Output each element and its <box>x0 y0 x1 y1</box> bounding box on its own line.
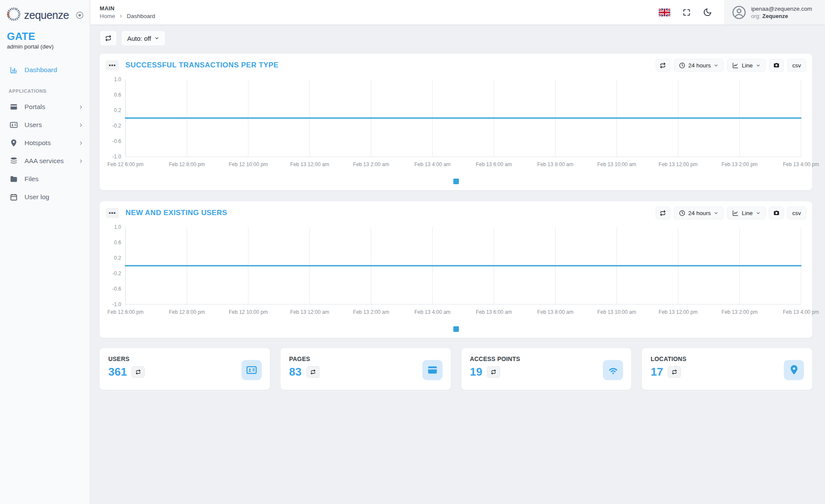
chart-type-dropdown[interactable]: Line <box>727 206 766 219</box>
time-range-dropdown[interactable]: 24 hours <box>674 59 724 72</box>
sidebar-item-label: Dashboard <box>24 66 57 74</box>
sidebar-item-label: Users <box>24 121 42 129</box>
svg-text:Feb 12 8:00 pm: Feb 12 8:00 pm <box>169 161 205 167</box>
chevron-down-icon <box>714 63 718 68</box>
sidebar-item-label: Hotspots <box>24 139 51 147</box>
panel-new-existing-users: ••• NEW AND EXISTING USERS 24 hours <box>100 201 812 338</box>
stat-refresh-button[interactable] <box>668 366 681 378</box>
stat-card-locations: LOCATIONS 17 <box>642 348 812 390</box>
sidebar-item-user-log[interactable]: User log <box>0 188 90 206</box>
chart-type-label: Line <box>742 210 753 216</box>
time-range-label: 24 hours <box>688 210 711 216</box>
wifi-icon <box>603 360 623 380</box>
svg-text:Feb 13 10:00 am: Feb 13 10:00 am <box>597 309 636 315</box>
user-org: org: Zequenze <box>751 13 812 19</box>
language-flag-icon[interactable] <box>659 9 670 16</box>
line-chart[interactable]: 1.00.60.2-0.2-0.6-1.0Feb 12 6:00 pmFeb 1… <box>106 223 806 324</box>
breadcrumb-home-link[interactable]: Home <box>100 13 115 19</box>
snapshot-button[interactable] <box>769 59 784 72</box>
chevron-down-icon <box>714 211 718 216</box>
svg-text:0.2: 0.2 <box>114 107 121 113</box>
time-range-dropdown[interactable]: 24 hours <box>674 206 724 219</box>
circle-dot-icon <box>76 11 84 19</box>
svg-text:Feb 13 12:00 pm: Feb 13 12:00 pm <box>659 309 698 315</box>
svg-text:Feb 13 4:00 am: Feb 13 4:00 am <box>415 309 451 315</box>
camera-icon <box>773 62 780 69</box>
dashboard-content: Auto: off ••• SUCCESSFUL TRANSACTIONS PE… <box>90 24 825 504</box>
auto-refresh-dropdown[interactable]: Auto: off <box>121 30 165 46</box>
stat-value: 19 <box>470 365 483 379</box>
chart-legend <box>106 176 806 187</box>
user-menu[interactable]: ipenaa@zequenze.com org: Zequenze <box>724 0 825 24</box>
svg-text:Feb 12 10:00 pm: Feb 12 10:00 pm <box>229 309 268 315</box>
legend-marker[interactable] <box>453 179 459 184</box>
breadcrumb-chevron-icon <box>119 14 123 18</box>
legend-marker[interactable] <box>453 326 459 332</box>
svg-text:-0.2: -0.2 <box>112 123 121 129</box>
stat-card-pages: PAGES 83 <box>281 348 451 390</box>
line-chart[interactable]: 1.00.60.2-0.2-0.6-1.0Feb 12 6:00 pmFeb 1… <box>106 75 806 176</box>
app-subtitle: admin portal (dev) <box>0 43 90 50</box>
stat-card-access-points: ACCESS POINTS 19 <box>461 348 632 390</box>
svg-text:Feb 13 10:00 am: Feb 13 10:00 am <box>597 161 636 167</box>
stat-refresh-button[interactable] <box>306 366 320 378</box>
svg-text:0.6: 0.6 <box>114 240 121 246</box>
svg-text:-1.0: -1.0 <box>112 301 121 307</box>
snapshot-button[interactable] <box>769 206 784 219</box>
svg-text:Feb 12 10:00 pm: Feb 12 10:00 pm <box>229 161 268 167</box>
sidebar-item-label: AAA services <box>24 157 64 165</box>
sidebar-pin-toggle[interactable] <box>76 11 84 19</box>
time-range-label: 24 hours <box>688 62 711 69</box>
clock-icon <box>679 210 685 216</box>
map-pin-icon <box>9 139 18 147</box>
svg-text:Feb 13 6:00 am: Feb 13 6:00 am <box>476 309 512 315</box>
wallet-icon <box>422 360 443 380</box>
id-card-icon <box>241 360 262 380</box>
breadcrumb-section: MAIN <box>100 5 155 12</box>
refresh-icon <box>105 35 112 42</box>
svg-text:0.6: 0.6 <box>114 92 121 98</box>
panel-menu-button[interactable]: ••• <box>106 208 119 218</box>
sidebar-item-label: Portals <box>24 103 45 111</box>
dark-mode-moon-icon[interactable] <box>703 8 712 17</box>
sidebar-item-portals[interactable]: Portals <box>0 98 90 116</box>
panel-menu-button[interactable]: ••• <box>106 60 119 70</box>
panel-controls: 24 hours Line csv <box>656 59 806 72</box>
sidebar-item-files[interactable]: Files <box>0 170 90 188</box>
refresh-icon <box>660 62 666 69</box>
top-header: MAIN Home Dashboard <box>90 0 825 24</box>
panel-title: NEW AND EXISTING USERS <box>125 209 227 217</box>
stat-refresh-button[interactable] <box>131 366 145 378</box>
topbar-actions: ipenaa@zequenze.com org: Zequenze <box>659 0 825 24</box>
panel-refresh-button[interactable] <box>656 206 670 219</box>
sidebar-item-hotspots[interactable]: Hotspots <box>0 134 90 152</box>
svg-text:Feb 13 4:00 pm: Feb 13 4:00 pm <box>783 161 819 167</box>
chevron-down-icon <box>756 63 761 68</box>
chevron-right-icon <box>78 158 84 164</box>
refresh-all-button[interactable] <box>100 30 117 46</box>
chart-type-dropdown[interactable]: Line <box>727 59 766 72</box>
svg-text:-0.2: -0.2 <box>112 270 121 276</box>
sidebar-item-dashboard[interactable]: Dashboard <box>0 61 90 79</box>
stat-value: 83 <box>289 365 302 379</box>
svg-text:1.0: 1.0 <box>114 76 121 82</box>
refresh-icon <box>135 369 141 375</box>
panel-title: SUCCESSFUL TRANSACTIONS PER TYPE <box>125 61 278 70</box>
id-card-icon <box>9 121 18 129</box>
sidebar-item-users[interactable]: Users <box>0 116 90 134</box>
stat-refresh-button[interactable] <box>487 366 500 378</box>
sidebar-item-label: Files <box>24 175 39 183</box>
svg-text:Feb 13 12:00 pm: Feb 13 12:00 pm <box>659 161 698 167</box>
refresh-icon <box>672 369 677 375</box>
chevron-down-icon <box>756 211 761 216</box>
breadcrumb: MAIN Home Dashboard <box>90 5 155 19</box>
fullscreen-icon[interactable] <box>682 8 691 17</box>
sidebar-item-aaa-services[interactable]: AAA services <box>0 152 90 170</box>
csv-export-button[interactable]: csv <box>787 59 806 72</box>
stat-value: 361 <box>108 365 127 379</box>
csv-export-button[interactable]: csv <box>787 206 806 219</box>
svg-text:Feb 13 8:00 am: Feb 13 8:00 am <box>537 161 573 167</box>
panel-refresh-button[interactable] <box>656 59 670 72</box>
svg-text:Feb 12 8:00 pm: Feb 12 8:00 pm <box>169 309 205 315</box>
refresh-icon <box>660 210 666 216</box>
